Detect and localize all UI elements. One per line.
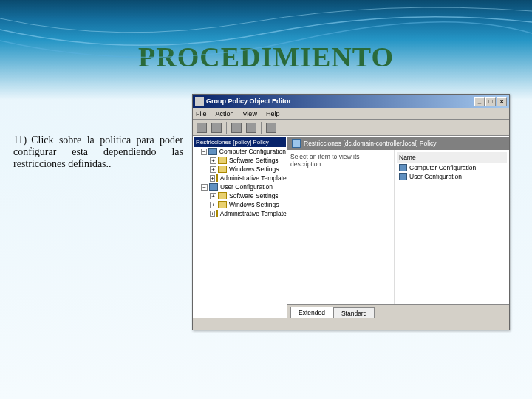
description-column: Select an item to view its description. (287, 150, 395, 304)
expand-toggle[interactable]: + (210, 193, 216, 200)
forward-button[interactable] (210, 121, 223, 134)
expand-toggle[interactable]: + (210, 157, 216, 164)
tree-item[interactable]: +Software Settings (194, 191, 286, 200)
folder-icon (216, 174, 218, 182)
tab-standard[interactable]: Standard (333, 307, 375, 318)
forward-icon (211, 123, 222, 133)
tree-item[interactable]: +Windows Settings (194, 165, 286, 174)
content-header-text: Restricciones [dc.domain-controller.loca… (304, 140, 437, 147)
menu-file[interactable]: File (196, 110, 207, 117)
tree-item-label: Software Settings (229, 192, 279, 200)
tree-root[interactable]: Restricciones [policy] Policy (194, 137, 286, 147)
folder-icon (218, 157, 227, 164)
up-icon (231, 123, 242, 133)
list-item-label: User Configuration (409, 173, 462, 180)
tree-item-label: User Configuration (220, 183, 273, 191)
toolbar-separator (261, 122, 262, 134)
properties-button[interactable] (245, 121, 258, 134)
expand-toggle[interactable]: + (210, 166, 216, 173)
tree-item-label: Administrative Templates (220, 210, 287, 217)
content-header: Restricciones [dc.domain-controller.loca… (287, 137, 509, 150)
tree-pane[interactable]: Restricciones [policy] Policy −Computer … (193, 137, 287, 318)
gpo-editor-window: Group Policy Object Editor _ □ × File Ac… (192, 94, 510, 330)
list-item[interactable]: User Configuration (397, 172, 507, 181)
folder-icon (216, 210, 218, 217)
expand-toggle[interactable]: − (201, 184, 208, 191)
policy-icon (292, 139, 301, 148)
tree-item-label: Computer Configuration (219, 148, 286, 155)
config-icon (399, 173, 407, 180)
folder-icon (218, 166, 227, 173)
folder-icon (218, 201, 227, 208)
folder-icon (218, 192, 227, 200)
toolbar-separator (226, 122, 227, 134)
content-pane: Restricciones [dc.domain-controller.loca… (287, 137, 509, 318)
properties-icon (246, 123, 256, 133)
back-icon (197, 123, 207, 133)
tree-item-label: Windows Settings (229, 166, 279, 173)
config-icon (208, 148, 216, 155)
close-button[interactable]: × (497, 97, 507, 106)
slide-title: PROCEDIMIENTO (0, 41, 532, 73)
app-icon (195, 97, 204, 106)
tree-item-label: Software Settings (229, 157, 279, 164)
back-button[interactable] (195, 121, 208, 134)
tab-extended[interactable]: Extended (290, 307, 333, 318)
list-item[interactable]: Computer Configuration (397, 163, 507, 172)
menu-action[interactable]: Action (216, 110, 234, 117)
tree-item[interactable]: +Windows Settings (194, 200, 286, 209)
help-button[interactable] (265, 121, 278, 134)
expand-toggle[interactable]: + (210, 211, 215, 217)
step-number: 11) (13, 134, 27, 146)
up-button[interactable] (230, 121, 243, 134)
menu-help[interactable]: Help (266, 110, 280, 117)
tree-item[interactable]: −Computer Configuration (194, 147, 286, 156)
tree-item[interactable]: −User Configuration (194, 183, 286, 191)
step-instruction: 11) Click sobre la politica para poder c… (13, 94, 183, 330)
maximize-button[interactable]: □ (485, 97, 496, 106)
tree-item[interactable]: +Software Settings (194, 156, 286, 165)
help-icon (266, 123, 276, 133)
menu-view[interactable]: View (243, 110, 257, 117)
titlebar[interactable]: Group Policy Object Editor _ □ × (193, 95, 509, 108)
expand-toggle[interactable]: + (210, 175, 215, 182)
tree-item[interactable]: +Administrative Templates (194, 209, 286, 218)
step-text: Click sobre la politica para poder confi… (13, 134, 183, 169)
tree-item[interactable]: +Administrative Templates (194, 174, 286, 183)
menubar: File Action View Help (193, 108, 509, 120)
config-icon (209, 183, 218, 191)
statusbar (193, 318, 509, 330)
tree-item-label: Administrative Templates (220, 174, 287, 182)
tab-bar: Extended Standard (287, 304, 509, 318)
expand-toggle[interactable]: + (210, 202, 216, 208)
name-column-header[interactable]: Name (397, 152, 507, 163)
list-item-label: Computer Configuration (409, 164, 476, 171)
config-icon (399, 164, 407, 171)
tree-item-label: Windows Settings (229, 201, 279, 208)
minimize-button[interactable]: _ (474, 97, 485, 106)
name-column: Name Computer ConfigurationUser Configur… (395, 150, 509, 304)
window-title: Group Policy Object Editor (206, 98, 474, 105)
toolbar (193, 120, 509, 136)
expand-toggle[interactable]: − (201, 149, 207, 155)
